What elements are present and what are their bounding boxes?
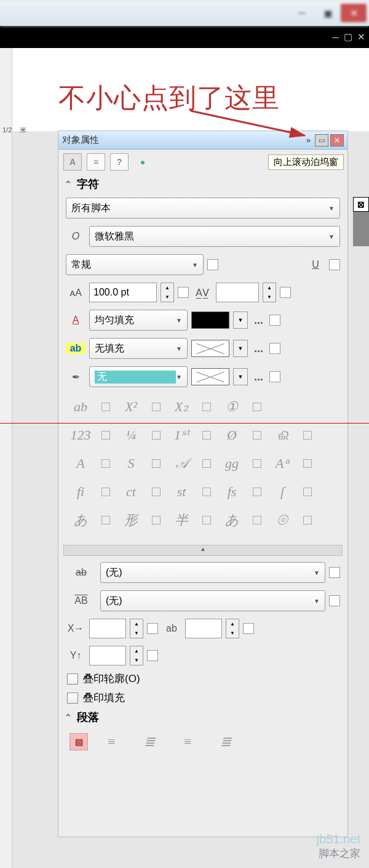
font-weight-dropdown[interactable]: 常规▼ [66, 254, 204, 275]
underline-button[interactable]: U [306, 259, 325, 270]
glyph-checkbox[interactable] [101, 459, 110, 468]
ab-offset-spinner[interactable]: ▲▼ [226, 619, 239, 638]
glyph-checkbox[interactable] [253, 403, 261, 411]
glyph-button[interactable]: X² [116, 396, 146, 418]
outline-checkbox[interactable] [269, 371, 280, 382]
glyph-checkbox[interactable] [202, 431, 211, 440]
no-color-swatch[interactable]: ⊠ [353, 197, 369, 212]
font-dropdown[interactable]: 微软雅黑▼ [89, 226, 340, 247]
glyph-button[interactable]: Ø [217, 424, 247, 446]
glyph-checkbox[interactable] [152, 459, 161, 468]
glyph-button[interactable]: あ [217, 509, 247, 531]
glyph-checkbox[interactable] [152, 516, 161, 524]
kerning-spinner[interactable]: ▲▼ [263, 283, 276, 302]
color-swatch[interactable] [353, 245, 369, 246]
bg-type-dropdown[interactable]: 无填充▼ [89, 338, 188, 359]
y-offset-spinner[interactable]: ▲▼ [130, 646, 143, 665]
glyph-button[interactable]: st [167, 481, 196, 503]
outline-swatch-dd[interactable]: ▼ [233, 368, 248, 385]
overprint-outline-checkbox[interactable] [67, 673, 78, 685]
outline-swatch[interactable] [191, 368, 229, 385]
fill-type-dropdown[interactable]: 均匀填充▼ [89, 310, 188, 331]
fill-swatch[interactable] [191, 311, 229, 329]
glyph-button[interactable]: ⦾ [268, 509, 297, 531]
y-offset-checkbox[interactable] [147, 650, 158, 661]
glyph-checkbox[interactable] [202, 403, 211, 411]
strike-checkbox[interactable] [329, 567, 340, 578]
bg-swatch[interactable] [191, 340, 229, 357]
collapse-handle[interactable]: ▲ [63, 545, 343, 556]
fontsize-input[interactable]: 100.0 pt [89, 283, 157, 302]
x-offset-spinner[interactable]: ▲▼ [130, 619, 143, 638]
outline-type-dropdown[interactable]: 无▼ [89, 366, 188, 387]
glyph-button[interactable]: X₂ [167, 396, 196, 418]
x-offset-checkbox[interactable] [147, 623, 158, 634]
maximize-button[interactable]: ▣ [315, 4, 341, 22]
glyph-checkbox[interactable] [202, 488, 211, 496]
glyph-button[interactable]: A [66, 452, 95, 475]
glyph-button[interactable]: fi [66, 481, 95, 503]
glyph-checkbox[interactable] [101, 431, 110, 440]
inner-close-button[interactable]: ✕ [357, 31, 365, 42]
glyph-checkbox[interactable] [202, 516, 211, 524]
tab-align[interactable]: ≡ [87, 153, 105, 171]
glyph-checkbox[interactable] [253, 488, 261, 496]
overline-dropdown[interactable]: (无)▼ [100, 590, 325, 611]
tab-frame[interactable]: ? [110, 153, 129, 171]
glyph-button[interactable]: ab [66, 396, 95, 418]
align-center-button[interactable]: ≣ [135, 731, 164, 753]
overline-checkbox[interactable] [329, 595, 340, 606]
close-button[interactable]: ✕ [341, 4, 367, 22]
glyph-button[interactable]: ① [217, 396, 247, 418]
fill-swatch-dd[interactable]: ▼ [233, 311, 248, 329]
glyph-checkbox[interactable] [303, 488, 312, 496]
glyph-button[interactable]: ct [116, 481, 146, 503]
glyph-checkbox[interactable] [303, 516, 312, 524]
align-left-button[interactable]: ≡ [97, 731, 126, 753]
inner-maximize-button[interactable]: ▢ [344, 31, 352, 42]
glyph-checkbox[interactable] [253, 459, 261, 468]
script-dropdown[interactable]: 所有脚本▼ [66, 198, 340, 219]
glyph-button[interactable]: ſ [268, 481, 297, 503]
tab-web[interactable]: ● [133, 153, 152, 171]
glyph-checkbox[interactable] [152, 403, 161, 411]
glyph-checkbox[interactable] [101, 488, 110, 496]
ab-offset-input[interactable] [185, 619, 222, 638]
fill-more-button[interactable]: ... [252, 314, 266, 327]
underline-checkbox[interactable] [329, 259, 340, 270]
inner-minimize-button[interactable]: ─ [332, 32, 339, 42]
glyph-button[interactable]: ¼ [116, 424, 146, 446]
para-page-icon[interactable]: ▤ [69, 733, 88, 750]
glyph-button[interactable]: S [116, 452, 146, 475]
glyph-button[interactable]: 形 [116, 509, 146, 531]
bg-checkbox[interactable] [269, 343, 280, 354]
glyph-checkbox[interactable] [253, 516, 261, 524]
glyph-checkbox[interactable] [303, 459, 312, 468]
overprint-fill-checkbox[interactable] [67, 693, 78, 704]
glyph-checkbox[interactable] [152, 431, 161, 440]
bg-swatch-dd[interactable]: ▼ [233, 340, 248, 357]
fill-checkbox[interactable] [269, 315, 280, 326]
kerning-checkbox[interactable] [280, 287, 291, 298]
outline-more-button[interactable]: ... [252, 371, 266, 384]
x-offset-input[interactable] [89, 619, 126, 638]
kerning-input[interactable] [216, 283, 259, 302]
section-character[interactable]: ⌃ 字符 [58, 174, 347, 194]
glyph-checkbox[interactable] [152, 488, 161, 496]
bg-more-button[interactable]: ... [252, 342, 266, 355]
strikethrough-dropdown[interactable]: (无)▼ [100, 562, 325, 583]
panel-close-button[interactable]: ✕ [330, 134, 344, 147]
glyph-button[interactable]: ଈ [268, 424, 297, 446]
align-justify-button[interactable]: ≣ [211, 731, 240, 753]
y-offset-input[interactable] [89, 646, 126, 665]
ab-offset-checkbox[interactable] [243, 623, 254, 634]
glyph-button[interactable]: 半 [167, 509, 196, 531]
glyph-checkbox[interactable] [101, 403, 110, 411]
glyph-button[interactable]: Aᵃ [268, 452, 297, 475]
fontsize-spinner[interactable]: ▲▼ [161, 283, 174, 302]
glyph-button[interactable]: 𝒜 [167, 452, 196, 475]
glyph-button[interactable]: あ [66, 509, 95, 531]
glyph-button[interactable]: fs [217, 481, 247, 503]
weight-checkbox[interactable] [207, 259, 218, 270]
tab-character[interactable]: A [63, 153, 82, 171]
